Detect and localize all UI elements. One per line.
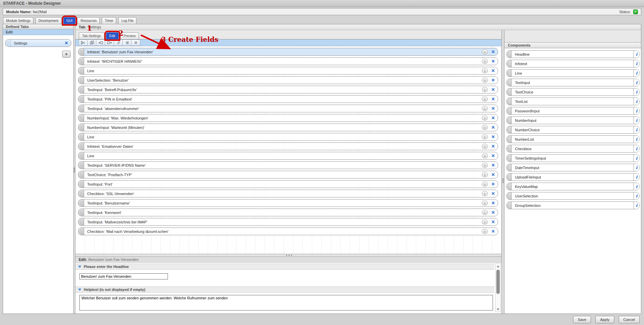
row-delete-x-icon[interactable]: ✕ [491,87,495,92]
row-delete-x-icon[interactable]: ✕ [491,172,495,177]
drag-handle-icon[interactable] [507,79,512,86]
row-expand-chevron-icon[interactable]: › [482,59,488,64]
subtab-tab-settings[interactable]: Tab-Settings [79,32,104,39]
field-row[interactable]: NumberInput: 'Max. Wiederholungen'›✕ [78,114,498,122]
drag-handle-icon[interactable] [507,136,512,143]
row-expand-chevron-icon[interactable]: › [482,219,488,224]
splitter-grip-icon[interactable] [289,255,290,256]
subtab-preview[interactable]: Preview [120,32,139,39]
component-item[interactable]: Checkboxi [506,145,640,153]
row-delete-x-icon[interactable]: ✕ [491,59,495,64]
component-item[interactable]: TimerSettingsInputi [506,154,640,162]
row-expand-chevron-icon[interactable]: › [482,210,488,215]
drag-handle-icon[interactable] [78,58,84,65]
component-item[interactable]: NumberListi [506,135,640,143]
row-delete-x-icon[interactable]: ✕ [491,97,495,102]
sidebar-item-edit[interactable]: Edit [3,29,73,35]
field-row[interactable]: TextInput: 'SERVER-IP/DNS Name'›✕ [78,161,498,169]
drag-handle-icon[interactable] [507,145,512,152]
drag-handle-icon[interactable] [78,162,84,169]
drag-handle-icon[interactable] [507,192,512,199]
cut-icon[interactable] [79,39,88,46]
tab-resources[interactable]: Resources [77,17,100,24]
component-info-icon[interactable]: i [634,98,639,105]
row-expand-chevron-icon[interactable]: › [482,182,488,187]
row-expand-chevron-icon[interactable]: › [482,191,488,196]
tab-development[interactable]: Development [35,17,61,24]
drag-handle-icon[interactable] [78,67,84,74]
field-row[interactable]: TextInput: 'Port'›✕ [78,180,498,188]
field-row[interactable]: Infotext: 'WICHTIGER HINWEIS!'›✕ [78,57,498,65]
field-row[interactable]: Checkbox: 'SSL-Verwenden'›✕ [78,190,498,197]
headline-input[interactable] [79,273,168,279]
drag-handle-icon[interactable] [78,86,84,93]
drag-handle-icon[interactable] [78,190,84,197]
component-info-icon[interactable]: i [634,183,639,190]
panel-splitter[interactable] [75,254,501,257]
component-info-icon[interactable]: i [634,192,639,199]
field-row[interactable]: Infotext: 'Benutzer/ zum Fax-Versenden'›… [78,48,498,56]
component-item[interactable]: KeyValueMapi [506,183,640,190]
component-info-icon[interactable]: i [634,126,639,133]
field-row[interactable]: TextInput: 'Kennwort'›✕ [78,209,498,216]
scrollbar-thumb[interactable] [496,270,500,294]
drag-handle-icon[interactable] [78,143,84,150]
drag-handle-icon[interactable] [78,199,84,207]
component-info-icon[interactable]: i [634,60,639,67]
field-row[interactable]: Line›✕ [78,67,498,75]
row-expand-chevron-icon[interactable]: › [482,200,488,206]
tab-log-file[interactable]: Log File [118,17,137,24]
field-row[interactable]: TextInput: 'Mailverzeichnis bei IMAP'›✕ [78,218,498,226]
row-delete-x-icon[interactable]: ✕ [491,134,495,139]
collapse-triangle-icon[interactable] [78,266,81,268]
component-item[interactable]: GroupSelectioni [506,201,640,209]
drag-handle-icon[interactable] [507,117,512,124]
field-row[interactable]: TextChoice: 'Postfach-TYP'›✕ [78,171,498,179]
drag-handle-icon[interactable] [78,218,84,225]
component-info-icon[interactable]: i [634,79,639,86]
row-delete-x-icon[interactable]: ✕ [491,49,495,54]
subtab-edit[interactable]: Edit [106,32,119,39]
field-row[interactable]: UserSelection: 'Benutzer'›✕ [78,76,498,84]
drag-handle-icon[interactable] [5,39,11,47]
row-delete-x-icon[interactable]: ✕ [491,200,495,206]
helptext-textarea[interactable]: Welcher Benutzer soll zum senden genomme… [79,295,493,310]
field-row[interactable]: Line›✕ [78,152,498,160]
components-splitter[interactable] [501,30,504,314]
component-item[interactable]: Headlinei [506,50,640,58]
row-expand-chevron-icon[interactable]: › [482,172,488,177]
drag-handle-icon[interactable] [507,98,512,105]
add-tab-button[interactable]: + [62,51,71,58]
scroll-down-icon[interactable] [496,307,500,312]
drag-handle-icon[interactable] [507,173,512,181]
tab-timer[interactable]: Timer [102,17,116,24]
field-row[interactable]: TextInput: 'absenderrufnummer'›✕ [78,105,498,112]
row-expand-chevron-icon[interactable]: › [482,153,488,158]
add-line-icon[interactable] [114,39,123,46]
field-row[interactable]: NumberInput: 'Wartezeit (Minuten)'›✕ [78,124,498,131]
component-item[interactable]: NumberChoicei [506,126,640,134]
row-delete-x-icon[interactable]: ✕ [491,191,495,196]
row-expand-chevron-icon[interactable]: › [482,106,488,111]
row-delete-x-icon[interactable]: ✕ [491,78,495,83]
component-info-icon[interactable]: i [634,145,639,152]
row-delete-x-icon[interactable]: ✕ [491,68,495,73]
component-item[interactable]: UserSelectioni [506,192,640,200]
component-item[interactable]: Linei [506,69,640,77]
row-delete-x-icon[interactable]: ✕ [491,210,495,215]
row-delete-x-icon[interactable]: ✕ [491,229,495,234]
drag-handle-icon[interactable] [78,133,84,140]
field-row[interactable]: TextInput: 'Benutzername'›✕ [78,199,498,207]
row-expand-chevron-icon[interactable]: › [482,163,488,168]
component-info-icon[interactable]: i [634,155,639,162]
drag-handle-icon[interactable] [78,114,84,121]
field-row[interactable]: Infotext: 'Emailserver Daten'›✕ [78,142,498,150]
drag-handle-icon[interactable] [507,164,512,171]
drag-handle-icon[interactable] [507,60,512,67]
row-delete-x-icon[interactable]: ✕ [491,144,495,149]
row-expand-chevron-icon[interactable]: › [482,144,488,149]
drag-handle-icon[interactable] [507,155,512,162]
apply-button[interactable]: Apply [595,316,614,323]
field-row[interactable]: Checkbox: 'Mail nach Verarbeitung l&ouml… [78,227,498,235]
drag-handle-icon[interactable] [78,152,84,159]
